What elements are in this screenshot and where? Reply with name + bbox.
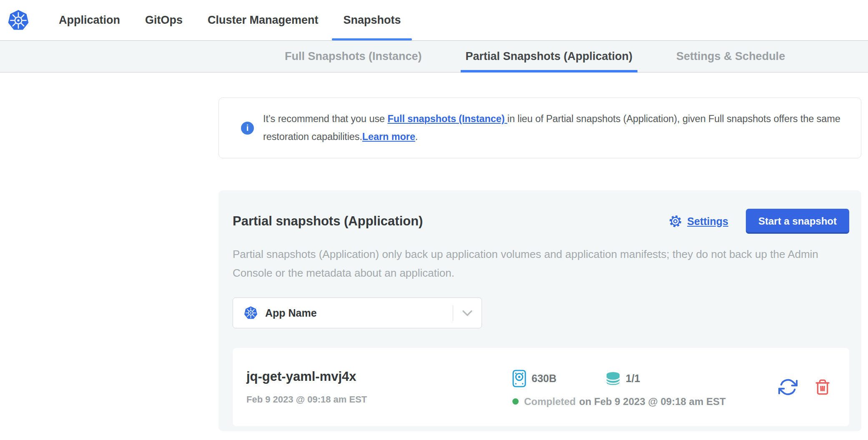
start-snapshot-button[interactable]: Start a snapshot (746, 209, 849, 234)
partial-snapshots-panel: Partial snapshots (Application) Settings… (218, 190, 861, 431)
snapshot-stats: 630B 1/1 (512, 370, 726, 388)
snapshot-size-value: 630B (532, 372, 557, 385)
tab-settings-schedule[interactable]: Settings & Schedule (676, 41, 785, 72)
snapshot-identity: jq-get-yaml-mvj4x Feb 9 2023 @ 09:18 am … (246, 369, 512, 405)
app-selector-value: App Name (265, 307, 317, 319)
info-text-after: . (415, 131, 418, 142)
snapshot-volumes-stat: 1/1 (606, 372, 640, 385)
snapshot-row: jq-get-yaml-mvj4x Feb 9 2023 @ 09:18 am … (233, 348, 849, 426)
database-icon (606, 372, 620, 385)
nav-item-application[interactable]: Application (59, 0, 120, 40)
top-nav-bar: Application GitOps Cluster Management Sn… (0, 0, 868, 40)
selector-divider (453, 305, 453, 321)
status-label: Completed (524, 396, 576, 408)
primary-nav: Application GitOps Cluster Management Sn… (59, 0, 401, 40)
panel-title: Partial snapshots (Application) (233, 214, 423, 229)
snapshots-tab-bar: Full Snapshots (Instance) Partial Snapsh… (0, 40, 868, 72)
nav-item-gitops[interactable]: GitOps (145, 0, 183, 40)
settings-label: Settings (687, 215, 728, 228)
panel-description: Partial snapshots (Application) only bac… (233, 245, 845, 282)
restore-icon (778, 378, 798, 397)
snapshot-name[interactable]: jq-get-yaml-mvj4x (246, 369, 512, 384)
nav-item-cluster-management[interactable]: Cluster Management (208, 0, 319, 40)
kubernetes-logo-icon (8, 9, 29, 32)
panel-actions: Settings Start a snapshot (668, 209, 849, 234)
snapshot-size-stat: 630B (512, 370, 557, 388)
delete-snapshot-button[interactable] (814, 378, 831, 396)
info-banner-text: It’s recommend that you use Full snapsho… (263, 110, 850, 146)
kubernetes-icon (244, 306, 258, 320)
learn-more-link[interactable]: Learn more (362, 131, 415, 142)
gear-icon (668, 214, 682, 228)
snapshot-started-timestamp: Feb 9 2023 @ 09:18 am EST (246, 394, 512, 405)
panel-header: Partial snapshots (Application) Settings… (233, 209, 849, 234)
status-dot-icon (512, 398, 519, 405)
info-text-before: It’s recommend that you use (263, 113, 388, 124)
app-selector-dropdown[interactable]: App Name (233, 298, 482, 328)
snapshot-status: Completed on Feb 9 2023 @ 09:18 am EST (512, 396, 726, 408)
nav-item-snapshots[interactable]: Snapshots (344, 0, 401, 40)
full-snapshots-link[interactable]: Full snapshots (Instance) (388, 113, 507, 124)
snapshot-details: 630B 1/1 Completed on Feb 9 2023 @ (512, 370, 726, 408)
disk-icon (512, 370, 526, 388)
status-finished-timestamp: on Feb 9 2023 @ 09:18 am EST (579, 396, 726, 408)
settings-link[interactable]: Settings (668, 214, 728, 228)
tab-partial-snapshots-application[interactable]: Partial Snapshots (Application) (466, 41, 633, 72)
chevron-down-icon (462, 310, 472, 316)
delete-icon (814, 378, 831, 396)
snapshot-actions (778, 378, 831, 397)
info-icon: i (241, 122, 254, 135)
snapshot-volumes-value: 1/1 (626, 372, 640, 385)
page-content: i It’s recommend that you use Full snaps… (218, 98, 861, 431)
restore-snapshot-button[interactable] (778, 378, 798, 397)
tab-full-snapshots-instance[interactable]: Full Snapshots (Instance) (285, 41, 422, 72)
info-banner: i It’s recommend that you use Full snaps… (218, 98, 861, 158)
